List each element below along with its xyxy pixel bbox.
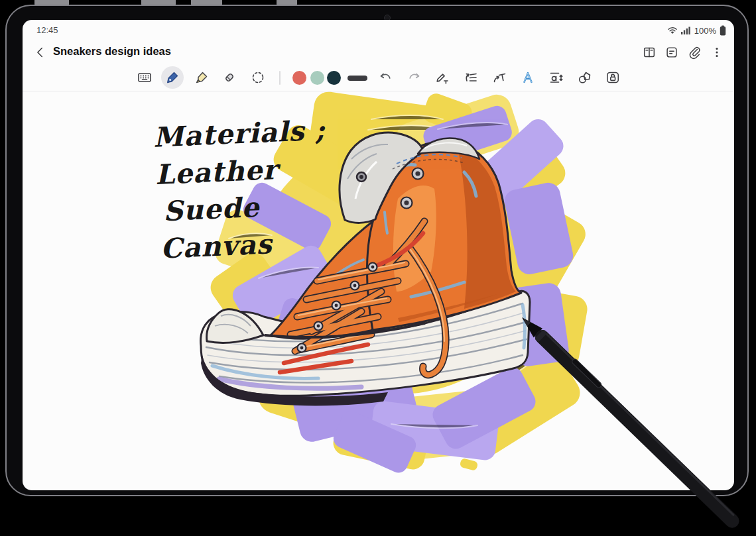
clock: 12:45 (36, 25, 58, 35)
lasso-select-tool-button[interactable] (247, 66, 269, 89)
drawing-toolbar (23, 65, 734, 91)
wifi-icon (667, 26, 678, 35)
color-swatch-mint[interactable] (310, 71, 324, 85)
highlighter-tool-button[interactable] (190, 66, 213, 89)
auto-beautify-button[interactable] (517, 66, 539, 89)
shape-recognition-icon (576, 70, 592, 85)
stroke-thickness-preview[interactable] (347, 76, 367, 81)
tilt-text-icon (491, 70, 507, 85)
eraser-icon (221, 70, 237, 85)
shape-recognition-button[interactable] (573, 66, 596, 89)
lasso-icon (250, 70, 266, 85)
more-options-button[interactable] (709, 42, 725, 62)
eraser-tool-button[interactable] (218, 66, 241, 89)
text-spacing-button[interactable] (544, 66, 567, 89)
pen-icon (164, 70, 180, 85)
page-list-icon (664, 45, 679, 60)
color-swatch-coral[interactable] (292, 71, 306, 85)
convert-to-text-button[interactable] (431, 66, 454, 89)
keyboard-icon (137, 70, 153, 85)
back-button[interactable] (31, 42, 50, 62)
battery-percent-label: 100% (694, 26, 716, 36)
pen-tool-button[interactable] (161, 66, 184, 89)
color-swatch-dark-teal[interactable] (327, 71, 341, 85)
title-bar: Sneakers design ideas (23, 41, 734, 65)
lock-canvas-icon (605, 70, 621, 85)
back-chevron-icon (33, 45, 48, 60)
note-title: Sneakers design ideas (53, 45, 171, 58)
more-options-icon (710, 45, 724, 60)
lock-canvas-button[interactable] (601, 66, 624, 89)
page-list-button[interactable] (664, 42, 680, 62)
reading-mode-button[interactable] (641, 42, 657, 62)
redo-button[interactable] (403, 66, 425, 89)
straighten-icon (463, 70, 479, 85)
tilt-text-button[interactable] (488, 66, 511, 89)
undo-icon (378, 70, 394, 85)
keyboard-tool-button[interactable] (133, 66, 156, 89)
convert-to-text-icon (434, 70, 450, 85)
attachment-icon (687, 45, 702, 60)
signal-strength-icon (681, 26, 691, 35)
undo-button[interactable] (375, 66, 397, 89)
straighten-button[interactable] (460, 66, 482, 89)
highlighter-icon (194, 70, 210, 85)
auto-beautify-icon (520, 70, 536, 85)
attach-button[interactable] (686, 42, 702, 62)
reading-mode-icon (642, 45, 657, 60)
redo-icon (406, 70, 422, 85)
note-canvas[interactable] (23, 91, 734, 490)
battery-icon (720, 25, 726, 36)
toolbar-separator (279, 71, 281, 85)
scene: Materials ; Leather Suede Canvas 12:45 1… (0, 0, 756, 536)
screen: Materials ; Leather Suede Canvas 12:45 1… (23, 20, 734, 490)
status-bar: 12:45 100% (23, 24, 734, 37)
text-spacing-icon (548, 70, 564, 85)
